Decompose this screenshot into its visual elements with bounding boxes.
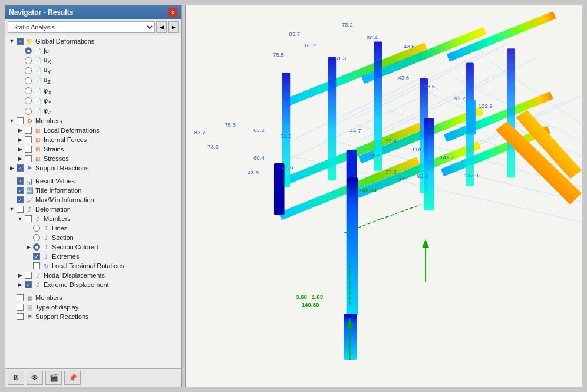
checkbox-def-members[interactable] [25, 215, 32, 222]
checkbox-support-react2[interactable] [17, 313, 24, 320]
tree-item-extreme-displacement[interactable]: ▶ ✓ ⤴ Extreme Displacement [5, 280, 181, 289]
radio-phix[interactable] [25, 87, 32, 94]
tree-item-support-react2[interactable]: ⚑ Support Reactions [5, 312, 181, 321]
checkbox-result-values[interactable]: ✓ [17, 177, 24, 185]
navigator-panel: Navigator - Results × Static Analysis ◀ … [5, 5, 182, 387]
expander-strains[interactable]: ▶ [16, 145, 24, 153]
radio-uz[interactable] [25, 77, 32, 84]
tree-item-section-colored[interactable]: ▶ ⤴ Section Colored [5, 242, 181, 252]
tree-item-phiz[interactable]: 📄 φZ [5, 106, 181, 116]
radio-lines[interactable] [33, 225, 40, 232]
checkbox-extreme-displacement[interactable]: ✓ [25, 281, 32, 288]
expander-nodal-displacements[interactable]: ▶ [16, 271, 24, 279]
close-button[interactable]: × [168, 8, 177, 17]
tree-item-uz[interactable]: 📄 uZ [5, 75, 181, 85]
expander-support-react2 [8, 312, 16, 321]
radio-phiz[interactable] [25, 108, 32, 115]
tree-item-nodal-displacements[interactable]: ▶ ⤴ Nodal Displacements [5, 271, 181, 280]
icon-phix: 📄 [33, 87, 42, 95]
radio-ux[interactable] [25, 57, 32, 64]
expander-support-reactions[interactable]: ▶ [8, 164, 16, 172]
expander-local-def[interactable]: ▶ [16, 126, 24, 134]
radio-section-colored[interactable] [33, 243, 40, 251]
svg-text:132.9: 132.9 [464, 172, 478, 179]
viewport[interactable]: 83.7 73.2 75.5 63.2 60.4 51.3 43.6 43.6 … [185, 5, 582, 387]
expander-result-values [8, 177, 16, 185]
radio-phiy[interactable] [25, 97, 32, 104]
next-button[interactable]: ▶ [168, 21, 179, 33]
label-strains: Strains [44, 146, 64, 153]
radio-uy[interactable] [25, 67, 32, 74]
expander-members[interactable]: ▼ [8, 117, 16, 125]
icon-members2: ▦ [25, 294, 34, 302]
icon-support-reactions: ⚑ [25, 164, 34, 172]
checkbox-support-reactions[interactable]: ✓ [17, 164, 24, 172]
checkbox-maxmin[interactable]: ✓ [17, 196, 24, 203]
tree-item-type-display[interactable]: ▤ Type of display [5, 302, 181, 312]
icon-deformation: ⤴ [25, 205, 34, 213]
expander-internal-forces[interactable]: ▶ [16, 136, 24, 144]
tree-item-members2[interactable]: ▦ Members [5, 293, 181, 302]
expander-global-def[interactable]: ▼ [8, 37, 16, 45]
tree-item-phix[interactable]: 📄 φX [5, 86, 181, 96]
expander-extreme-displacement[interactable]: ▶ [16, 281, 24, 289]
icon-stresses: ⊞ [33, 154, 42, 163]
checkbox-internal-forces[interactable] [25, 136, 32, 143]
icon-internal-forces: ⊞ [33, 136, 42, 144]
icon-title-info: 🔤 [25, 186, 34, 195]
toolbar-btn-animation[interactable]: 🎬 [45, 371, 62, 385]
svg-rect-26 [328, 57, 337, 180]
label-phix: φX [44, 87, 51, 95]
expander-def-members[interactable]: ▼ [16, 215, 24, 223]
checkbox-nodal-displacements[interactable] [25, 272, 32, 279]
radio-u-abs[interactable] [25, 47, 32, 54]
prev-button[interactable]: ◀ [156, 21, 167, 33]
tree-item-support-reactions[interactable]: ▶ ✓ ⚑ Support Reactions [5, 163, 181, 173]
toolbar-btn-visibility[interactable]: 👁 [27, 371, 43, 385]
expander-section-colored[interactable]: ▶ [24, 243, 32, 251]
tree-item-maxmin[interactable]: ✓ 📈 Max/Min Information [5, 195, 181, 205]
tree-container[interactable]: ▼ ✓ 📁 Global Deformations 📄 |u| 📄 uX [5, 35, 181, 368]
checkbox-members2[interactable] [17, 294, 24, 301]
tree-item-local-torsional[interactable]: ↻ Local Torsional Rotations [5, 261, 181, 271]
tree-item-local-def[interactable]: ▶ ⊞ Local Deformations [5, 126, 181, 135]
tree-item-members[interactable]: ▼ ⚙ Members [5, 116, 181, 126]
svg-text:140.80: 140.80 [359, 187, 377, 193]
checkbox-extremes[interactable]: ✓ [33, 253, 40, 260]
tree-item-ux[interactable]: 📄 uX [5, 55, 181, 65]
expander-stresses[interactable]: ▶ [16, 154, 24, 163]
tree-item-deformation[interactable]: ▼ ⤴ Deformation [5, 205, 181, 214]
tree-item-u-abs[interactable]: 📄 |u| [5, 46, 181, 55]
checkbox-deformation[interactable] [17, 206, 24, 213]
expander-deformation[interactable]: ▼ [8, 205, 16, 213]
checkbox-local-torsional[interactable] [33, 262, 40, 269]
structure-svg: 83.7 73.2 75.5 63.2 60.4 51.3 43.6 43.6 … [186, 5, 582, 387]
radio-section[interactable] [33, 234, 40, 241]
label-def-members: Members [44, 215, 71, 222]
tree-item-strains[interactable]: ▶ ⊞ Strains [5, 144, 181, 154]
tree-item-phiy[interactable]: 📄 φY [5, 96, 181, 106]
tree-item-internal-forces[interactable]: ▶ ⊞ Internal Forces [5, 135, 181, 144]
checkbox-strains[interactable] [25, 146, 32, 153]
toolbar-btn-display[interactable]: 🖥 [8, 371, 24, 385]
checkbox-stresses[interactable] [25, 155, 32, 162]
tree-item-title-info[interactable]: ✓ 🔤 Title Information [5, 186, 181, 195]
checkbox-members[interactable] [17, 117, 24, 124]
analysis-dropdown[interactable]: Static Analysis [8, 21, 155, 33]
label-deformation: Deformation [35, 206, 71, 213]
tree-item-section[interactable]: ⤴ Section [5, 233, 181, 242]
tree-item-stresses[interactable]: ▶ ⊞ Stresses [5, 154, 181, 163]
tree-item-global-def[interactable]: ▼ ✓ 📁 Global Deformations [5, 37, 181, 46]
checkbox-title-info[interactable]: ✓ [17, 187, 24, 194]
label-internal-forces: Internal Forces [44, 136, 87, 143]
checkbox-global-def[interactable]: ✓ [17, 38, 24, 45]
tree-item-uy[interactable]: 📄 uY [5, 65, 181, 75]
tree-item-def-members[interactable]: ▼ ⤴ Members [5, 214, 181, 223]
checkbox-type-display[interactable] [17, 304, 24, 311]
checkbox-local-def[interactable] [25, 127, 32, 134]
tree-item-extremes[interactable]: ✓ ⤴ Extremes [5, 252, 181, 261]
tree-item-lines[interactable]: ⤴ Lines [5, 223, 181, 233]
icon-section: ⤴ [41, 233, 51, 242]
tree-item-result-values[interactable]: ✓ 📊 Result Values [5, 176, 181, 186]
toolbar-btn-pin[interactable]: 📌 [64, 371, 81, 385]
